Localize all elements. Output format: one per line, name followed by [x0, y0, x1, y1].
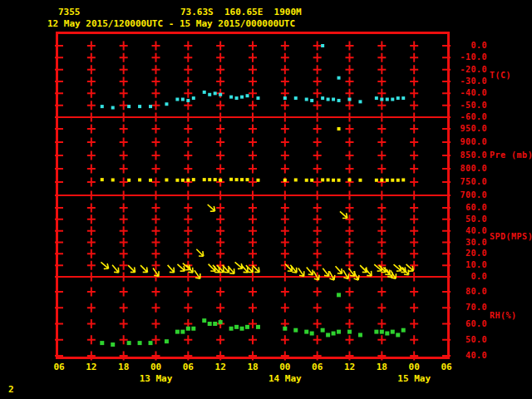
- pressure-tick-label: 750.0: [451, 177, 487, 187]
- humidity-point: [229, 327, 234, 331]
- humidity-point: [304, 330, 308, 334]
- hour-label: 06: [178, 362, 198, 372]
- humidity-point: [245, 325, 249, 329]
- pressure-point: [181, 179, 185, 182]
- temperature-point: [337, 76, 341, 80]
- tick-grid-humidity: [87, 288, 418, 361]
- temperature-point: [337, 99, 341, 102]
- humidity-point: [396, 332, 400, 337]
- wind-arrow-glyph: [99, 260, 111, 272]
- humidity-tick-label: 80.0: [451, 287, 487, 297]
- pressure-point: [101, 178, 104, 181]
- temperature-point: [229, 96, 233, 99]
- humidity-point: [175, 330, 180, 334]
- temperature-tick-label: -60.0: [451, 112, 487, 122]
- meteogram-screen: 7355 73.63S 160.65E 1900M 12 May 2015/12…: [0, 0, 532, 399]
- pressure-tick-label: 850.0: [451, 150, 487, 160]
- pressure-point: [246, 178, 249, 181]
- humidity-point: [138, 341, 142, 345]
- temperature-point: [192, 96, 195, 100]
- temperature-point: [101, 105, 104, 108]
- pressure-point: [203, 178, 206, 181]
- wind-arrow: [165, 263, 177, 274]
- wind-arrow: [205, 202, 217, 214]
- temperature-point: [127, 105, 131, 108]
- pressure-point: [214, 178, 217, 181]
- humidity-point: [256, 325, 260, 329]
- pressure-point: [348, 178, 352, 181]
- humidity-point: [347, 330, 352, 334]
- hour-label: 00: [275, 362, 295, 372]
- humidity-point: [385, 332, 389, 336]
- temperature-point: [401, 96, 405, 100]
- pressure-point: [305, 179, 308, 182]
- pressure-point: [149, 179, 152, 182]
- date-label: 14 May: [259, 374, 312, 384]
- temperature-point: [111, 106, 115, 110]
- tick-grid-pressure: [87, 125, 418, 200]
- wind_speed-tick-label: 20.0: [451, 249, 487, 259]
- temperature-point: [175, 98, 179, 101]
- wind_speed-axis-label: SPD(MPS): [490, 232, 532, 242]
- humidity-point: [310, 332, 314, 336]
- temperature-tick-label: -50.0: [451, 101, 487, 111]
- temperature-tick-label: 0.0: [451, 41, 487, 51]
- wind-arrow-glyph: [195, 247, 206, 259]
- pressure-point: [397, 179, 400, 182]
- temperature-point: [375, 96, 378, 100]
- temperature-point: [203, 91, 206, 94]
- pressure-point: [337, 179, 341, 182]
- wind_speed-tick-label: 60.0: [451, 203, 487, 213]
- wind-arrow-glyph: [165, 263, 177, 274]
- temperature-point: [321, 96, 324, 100]
- pressure-point: [175, 179, 179, 182]
- wind_speed-tick-label: 0.0: [451, 272, 487, 282]
- pressure-point: [358, 179, 362, 182]
- hour-label: 06: [308, 362, 328, 372]
- pressure-point: [138, 178, 141, 181]
- humidity-tick-label: 60.0: [451, 319, 487, 329]
- pressure-point: [332, 179, 335, 182]
- humidity-point: [234, 325, 239, 329]
- temperature-point: [181, 98, 185, 101]
- temperature-point: [246, 94, 249, 97]
- humidity-point: [240, 327, 244, 331]
- wind-arrow: [175, 262, 187, 273]
- humidity-point: [337, 330, 341, 334]
- temperature-point: [235, 96, 239, 100]
- humidity-point: [100, 341, 104, 345]
- humidity-axis-label: RH(%): [490, 311, 517, 321]
- pressure-point: [294, 178, 298, 181]
- wind-arrow-glyph: [304, 265, 316, 277]
- humidity-point: [127, 341, 131, 345]
- humidity-point: [321, 328, 325, 332]
- humidity-point: [326, 332, 330, 337]
- temperature-point: [256, 96, 259, 100]
- hour-label: 06: [436, 362, 456, 372]
- humidity-tick-label: 40.0: [451, 351, 487, 361]
- pressure-point: [310, 179, 313, 182]
- wind-arrow: [195, 247, 206, 259]
- temperature-point: [138, 105, 141, 108]
- humidity-point: [186, 327, 190, 331]
- pressure-point: [386, 179, 389, 182]
- temperature-point: [380, 98, 383, 101]
- humidity-point: [213, 322, 217, 326]
- humidity-tick-label: 70.0: [451, 303, 487, 313]
- humidity-point: [283, 327, 287, 331]
- pressure-point: [240, 178, 244, 181]
- temperature-point: [348, 98, 352, 101]
- pressure-point: [127, 179, 131, 182]
- hour-label: 12: [340, 362, 360, 372]
- humidity-point: [219, 320, 223, 324]
- pressure-point: [321, 178, 324, 181]
- hour-label: 12: [81, 362, 101, 372]
- wind-arrow: [333, 264, 345, 276]
- humidity-point: [208, 322, 212, 326]
- wind-arrow: [99, 260, 111, 272]
- temperature-point: [321, 44, 324, 47]
- pressure-point: [391, 179, 394, 182]
- pressure-point: [283, 179, 287, 182]
- hour-label: 18: [114, 362, 134, 372]
- humidity-point: [332, 332, 336, 336]
